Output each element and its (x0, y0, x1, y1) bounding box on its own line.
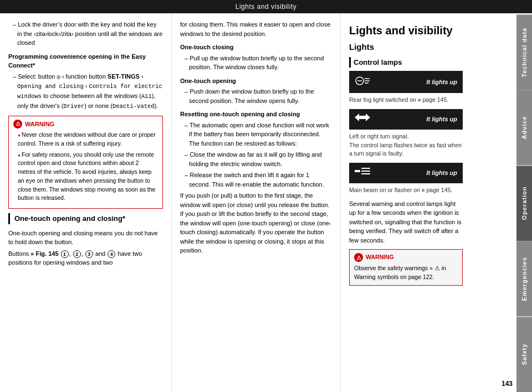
control-lamps-title: Control lamps (349, 57, 463, 68)
right-warning-box: ⚠ WARNING Observe the safety warnings » … (349, 249, 463, 286)
lamp-row-turn-signal: It lights up (349, 109, 463, 130)
one-touch-title: One-touch opening and closing* (14, 214, 125, 223)
svg-rect-10 (361, 173, 370, 174)
one-touch-desc: One-touch opening and closing means you … (8, 229, 163, 247)
resetting-dash2: – Close the window as far as it will go … (185, 150, 332, 168)
programming-heading: Programming convenience opening in the E… (8, 52, 163, 70)
resetting-heading: Resetting one-touch opening and closing (180, 110, 332, 119)
main-layout: – Lock the driver’s door with the key an… (0, 13, 532, 391)
right-warning-text: Observe the safety warnings » ⚠ in Warni… (354, 264, 458, 282)
svg-rect-8 (361, 168, 370, 169)
svg-marker-5 (355, 114, 362, 121)
one-touch-box: One-touch opening and closing* (8, 213, 163, 224)
lamp1-label: It lights up (426, 78, 457, 87)
page-number: 143 (502, 380, 513, 388)
right-column: Lights and visibility Lights Control lam… (341, 13, 482, 391)
lamp3-label: It lights up (426, 168, 457, 178)
left-column: – Lock the driver’s door with the key an… (0, 13, 172, 391)
circle-4: 4 (108, 250, 115, 258)
warning-item-2: For safety reasons, you should only use … (13, 151, 158, 203)
for-closing-text: for closing them. This makes it easier t… (180, 20, 332, 38)
svg-marker-6 (362, 114, 370, 121)
lamp1-description: Rear fog light switched on » page 145. (349, 96, 463, 105)
programming-dash: – Select: button ◎ › function button SET… (13, 72, 163, 111)
page-header: Lights and visibility (0, 0, 532, 13)
sidebar-tab-operation[interactable]: Operation (516, 166, 532, 241)
circle-2: 2 (73, 250, 81, 258)
lights-visibility-heading: Lights and visibility (349, 22, 463, 39)
one-touch-closing-dash: – Pull up the window button briefly up t… (185, 54, 332, 72)
warning-box: ⚠ WARNING Never close the windows withou… (8, 116, 163, 209)
right-warning-header: ⚠ WARNING (354, 253, 458, 262)
one-touch-opening-dash: – Push down the window button briefly up… (185, 87, 332, 105)
warning-item-1: Never close the windows without due care… (13, 131, 158, 148)
one-touch-opening-heading: One-touch opening (180, 76, 332, 86)
resetting-dash3: – Release the switch and then lift it ag… (185, 171, 332, 189)
resetting-dash1: – The automatic open and close function … (185, 121, 332, 148)
turn-signal-icon (355, 112, 370, 127)
sidebar-tab-advice[interactable]: Advice (516, 90, 532, 165)
lights-heading: Lights (349, 41, 463, 54)
one-touch-closing-heading: One-touch closing (180, 43, 332, 52)
rear-fog-icon (355, 74, 370, 90)
svg-rect-7 (355, 170, 360, 172)
sidebar-tabs: Technical data Advice Operation Emergenc… (516, 14, 532, 392)
intro-text: – Lock the driver’s door with the key an… (13, 20, 163, 48)
lamp-row-main-beam: It lights up (349, 163, 463, 183)
lamp-row-rear-fog: It lights up (349, 71, 463, 93)
warning-header: ⚠ WARNING (13, 120, 158, 129)
header-title: Lights and visibility (236, 3, 297, 11)
sidebar-tab-safety[interactable]: Safety (516, 317, 532, 392)
several-warning-text: Several warning and control lamps light … (349, 199, 463, 245)
sidebar-tab-emergencies[interactable]: Emergencies (516, 241, 532, 316)
middle-column: for closing them. This makes it easier t… (172, 13, 341, 391)
main-beam-icon (355, 166, 370, 180)
circle-1: 1 (61, 250, 69, 258)
lamp2-description: Left or right turn signal. The control l… (349, 132, 463, 158)
circle-3: 3 (85, 250, 93, 258)
sidebar-tab-technical[interactable]: Technical data (516, 14, 532, 90)
right-warning-icon: ⚠ (354, 253, 363, 262)
lamp3-description: Main beam on or flasher on » page 145. (349, 186, 463, 195)
svg-rect-9 (361, 171, 370, 172)
buttons-text: Buttons » Fig. 145 1, 2, 3 and 4 have tw… (8, 249, 163, 267)
if-you-push-text: If you push (or pull) a button to the fi… (180, 191, 332, 255)
warning-icon: ⚠ (13, 120, 22, 128)
lamp2-label: It lights up (426, 115, 457, 124)
